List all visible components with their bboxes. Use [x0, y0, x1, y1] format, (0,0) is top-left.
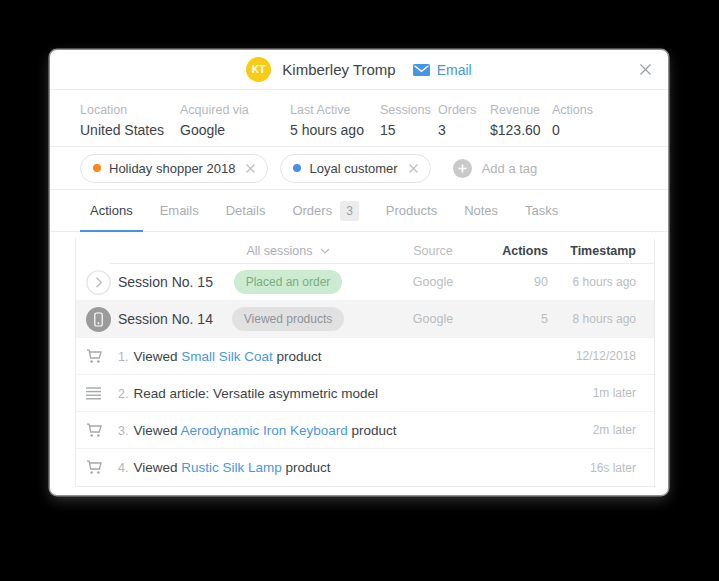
event-number: 4.: [118, 461, 128, 475]
tag-label: Loyal customer: [309, 161, 397, 176]
add-tag-label: Add a tag: [482, 161, 538, 176]
expand-chevron-icon[interactable]: [86, 270, 118, 295]
avatar: KT: [246, 57, 271, 82]
event-description: 1.Viewed Small Silk Coat product: [118, 349, 526, 364]
tag-color-dot: [93, 164, 101, 172]
plus-icon: [453, 159, 472, 178]
session-timestamp: 6 hours ago: [573, 275, 636, 289]
close-icon: [640, 64, 651, 75]
status-badge: Viewed products: [232, 307, 345, 331]
product-link[interactable]: Small Silk Coat: [181, 349, 273, 364]
event-text-post: product: [348, 423, 397, 438]
status-badge: Placed an order: [234, 270, 343, 294]
modal-header: KT Kimberley Tromp Email: [50, 50, 668, 90]
session-source: Google: [413, 275, 453, 289]
event-row: 4.Viewed Rustic Silk Lamp product 16s la…: [76, 449, 654, 486]
event-timestamp: 12/12/2018: [576, 349, 636, 363]
stat-orders: Orders 3: [438, 103, 490, 146]
tab-details[interactable]: Details: [216, 190, 276, 231]
event-description: 4.Viewed Rustic Silk Lamp product: [118, 460, 526, 475]
stat-location: Location United States: [80, 103, 180, 146]
session-title: Session No. 14: [118, 311, 213, 327]
tag-loyal-customer: Loyal customer: [280, 154, 430, 183]
session-row-14[interactable]: Session No. 14 Viewed products Google 5 …: [76, 301, 654, 338]
event-description: 3.Viewed Aerodynamic Iron Keyboard produ…: [118, 423, 526, 438]
stat-last-active: Last Active 5 hours ago: [290, 103, 380, 146]
tab-label: Orders: [292, 203, 332, 218]
tab-label: Emails: [160, 203, 199, 218]
tag-color-dot: [293, 164, 301, 172]
event-number: 2.: [118, 387, 128, 401]
stat-actions: Actions 0: [552, 103, 612, 146]
actions-table: All sessions Source Actions Timestamp Se…: [75, 238, 655, 487]
tab-label: Products: [386, 203, 437, 218]
add-tag-button[interactable]: Add a tag: [453, 159, 538, 178]
close-button[interactable]: [636, 61, 654, 79]
event-timestamp: 1m later: [593, 386, 636, 400]
tab-label: Tasks: [525, 203, 558, 218]
event-text-pre: Viewed: [133, 349, 181, 364]
tags-bar: Holiday shopper 2018 Loyal customer Add …: [50, 147, 668, 190]
tab-actions[interactable]: Actions: [80, 190, 143, 231]
orders-count-badge: 3: [340, 201, 359, 221]
tab-orders[interactable]: Orders 3: [282, 190, 368, 231]
tab-products[interactable]: Products: [376, 190, 447, 231]
tag-holiday-shopper-2018: Holiday shopper 2018: [80, 154, 268, 183]
stat-value: Google: [180, 122, 290, 138]
session-source: Google: [413, 312, 453, 326]
email-icon: [413, 64, 430, 76]
session-filter-dropdown[interactable]: All sessions: [247, 244, 330, 258]
tab-notes[interactable]: Notes: [454, 190, 508, 231]
event-text-pre: Viewed: [133, 423, 180, 438]
column-header-timestamp: Timestamp: [570, 244, 636, 258]
stat-value: United States: [80, 122, 180, 138]
stat-label: Revenue: [490, 103, 552, 117]
stat-sessions: Sessions 15: [380, 103, 438, 146]
tab-label: Actions: [90, 203, 133, 218]
product-link[interactable]: Rustic Silk Lamp: [181, 460, 282, 475]
session-timestamp: 8 hours ago: [573, 312, 636, 326]
cart-icon: [86, 423, 118, 438]
cart-icon: [86, 349, 118, 364]
event-timestamp: 16s later: [590, 461, 636, 475]
stat-acquired-via: Acquired via Google: [180, 103, 290, 146]
stat-label: Acquired via: [180, 103, 290, 117]
remove-tag-icon[interactable]: [409, 164, 418, 173]
event-number: 1.: [118, 350, 128, 364]
tab-tasks[interactable]: Tasks: [515, 190, 568, 231]
session-row-15[interactable]: Session No. 15 Placed an order Google 90…: [76, 264, 654, 301]
event-row: 3.Viewed Aerodynamic Iron Keyboard produ…: [76, 412, 654, 449]
event-row: 1.Viewed Small Silk Coat product 12/12/2…: [76, 338, 654, 375]
tag-label: Holiday shopper 2018: [109, 161, 235, 176]
event-timestamp: 2m later: [593, 423, 636, 437]
remove-tag-icon[interactable]: [246, 164, 255, 173]
tab-emails[interactable]: Emails: [150, 190, 209, 231]
stat-value: 5 hours ago: [290, 122, 380, 138]
session-filter-label: All sessions: [247, 244, 313, 258]
stat-value: 15: [380, 122, 438, 138]
chevron-down-icon: [320, 248, 330, 254]
stat-label: Location: [80, 103, 180, 117]
table-header-row: All sessions Source Actions Timestamp: [76, 238, 654, 264]
event-row: 2.Read article: Versatile asymmetric mod…: [76, 375, 654, 412]
stat-label: Last Active: [290, 103, 380, 117]
tab-label: Notes: [464, 203, 498, 218]
article-list-icon: [86, 387, 118, 400]
customer-profile-modal: KT Kimberley Tromp Email Location United…: [50, 50, 668, 495]
customer-name: Kimberley Tromp: [282, 61, 395, 78]
stat-label: Orders: [438, 103, 490, 117]
email-label: Email: [437, 62, 472, 78]
product-link[interactable]: Aerodynamic Iron Keyboard: [180, 423, 347, 438]
stat-label: Actions: [552, 103, 612, 117]
stat-value: $123.60: [490, 122, 552, 138]
column-header-source: Source: [413, 244, 453, 258]
session-actions-count: 5: [541, 312, 548, 326]
mobile-device-icon: [86, 307, 118, 332]
stat-revenue: Revenue $123.60: [490, 103, 552, 146]
event-text-post: product: [282, 460, 331, 475]
event-text-pre: Read article: Versatile asymmetric model: [133, 386, 378, 401]
stat-value: 3: [438, 122, 490, 138]
email-link[interactable]: Email: [413, 62, 472, 78]
session-title: Session No. 15: [118, 274, 213, 290]
column-header-actions: Actions: [502, 244, 548, 258]
